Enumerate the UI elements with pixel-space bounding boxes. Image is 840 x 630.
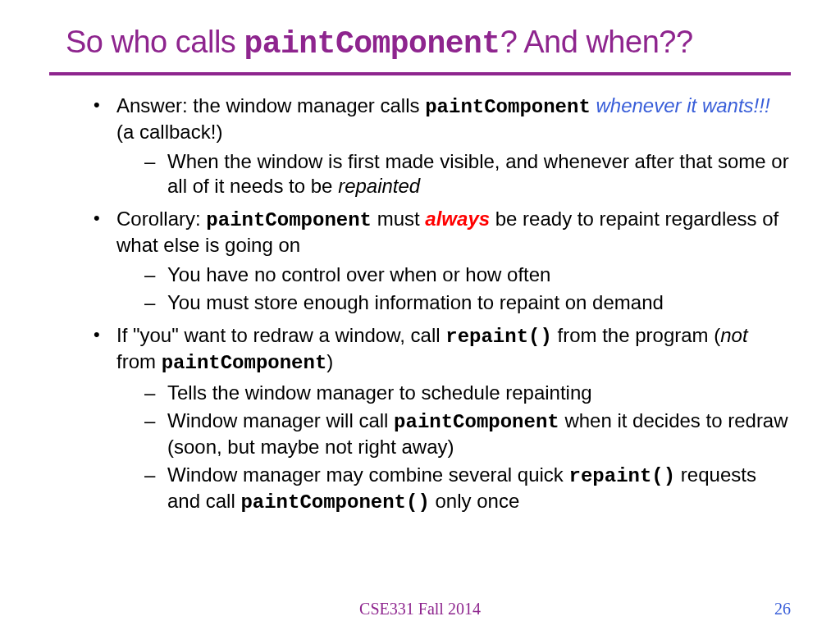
bullet-item: Corollary: paintComponent must always be… <box>94 207 791 315</box>
body-text: Corollary: <box>116 208 206 230</box>
code-text: paintComponent <box>425 96 591 118</box>
title-part2: ? And when?? <box>500 25 693 59</box>
sub-bullet-list: Tells the window manager to schedule rep… <box>116 381 791 515</box>
code-text: paintComponent() <box>240 491 429 514</box>
slide-title: So who calls paintComponent? And when?? <box>49 23 791 75</box>
body-text: from the program ( <box>552 324 720 346</box>
body-text: must <box>372 208 425 230</box>
sub-bullet-item: You must store enough information to rep… <box>144 290 791 315</box>
body-text: ) <box>326 350 333 372</box>
footer-text: CSE331 Fall 2014 <box>0 600 840 619</box>
code-text: repaint() <box>569 465 676 487</box>
italic-text: not <box>720 324 747 346</box>
code-text: paintComponent <box>206 209 372 231</box>
body-text: from <box>116 350 162 372</box>
code-text: paintComponent <box>394 411 559 433</box>
body-text: Window manager will call <box>167 409 394 431</box>
body-text: (a callback!) <box>116 121 222 143</box>
body-text: only once <box>430 490 519 512</box>
body-text: You have no control over when or how oft… <box>167 263 550 285</box>
body-text: You must store enough information to rep… <box>167 291 664 313</box>
emphasis-text: ! <box>765 94 770 116</box>
title-code: paintComponent <box>244 26 500 62</box>
sub-bullet-list: When the window is first made visible, a… <box>116 149 791 199</box>
bullet-item: Answer: the window manager calls paintCo… <box>94 94 791 199</box>
sub-bullet-item: When the window is first made visible, a… <box>144 149 791 199</box>
body-text: If "you" want to redraw a window, call <box>116 324 445 346</box>
page-number: 26 <box>774 600 791 619</box>
sub-bullet-list: You have no control over when or how oft… <box>116 262 791 315</box>
title-part1: So who calls <box>66 25 244 59</box>
sub-bullet-item: Window manager may combine several quick… <box>144 463 791 515</box>
body-text: Answer: the window manager calls <box>116 94 425 116</box>
sub-bullet-item: Window manager will call paintComponent … <box>144 409 791 459</box>
code-text: paintComponent <box>162 352 327 374</box>
emphasis-text: whenever it wants!! <box>596 94 764 116</box>
code-text: repaint() <box>445 326 552 348</box>
bullet-item: If "you" want to redraw a window, call r… <box>94 323 791 515</box>
bullet-list: Answer: the window manager calls paintCo… <box>49 94 791 515</box>
emphasis-text: always <box>425 208 490 230</box>
sub-bullet-item: Tells the window manager to schedule rep… <box>144 381 791 405</box>
body-text: Tells the window manager to schedule rep… <box>167 381 592 404</box>
body-text: When the window is first made visible, a… <box>167 150 789 197</box>
italic-text: repainted <box>338 175 420 197</box>
sub-bullet-item: You have no control over when or how oft… <box>144 262 791 287</box>
body-text: Window manager may combine several quick <box>167 463 569 486</box>
